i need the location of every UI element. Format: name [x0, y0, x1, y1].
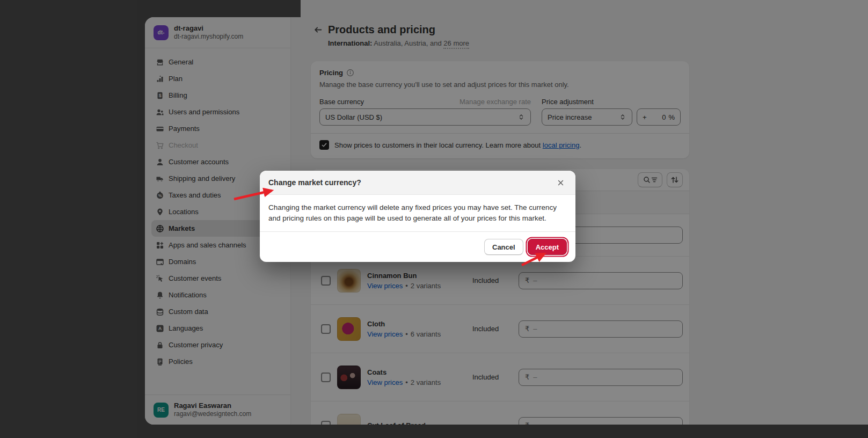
accept-button[interactable]: Accept: [528, 239, 567, 255]
change-currency-modal: Change market currency? Changing the mar…: [260, 171, 575, 262]
close-button[interactable]: [554, 176, 567, 189]
close-icon: [557, 179, 565, 187]
modal-title: Change market currency?: [268, 178, 361, 187]
cancel-button[interactable]: Cancel: [484, 239, 523, 255]
modal-body-text: Changing the market currency will delete…: [260, 195, 575, 231]
modal-header: Change market currency?: [260, 171, 575, 195]
modal-footer: Cancel Accept: [260, 231, 575, 262]
